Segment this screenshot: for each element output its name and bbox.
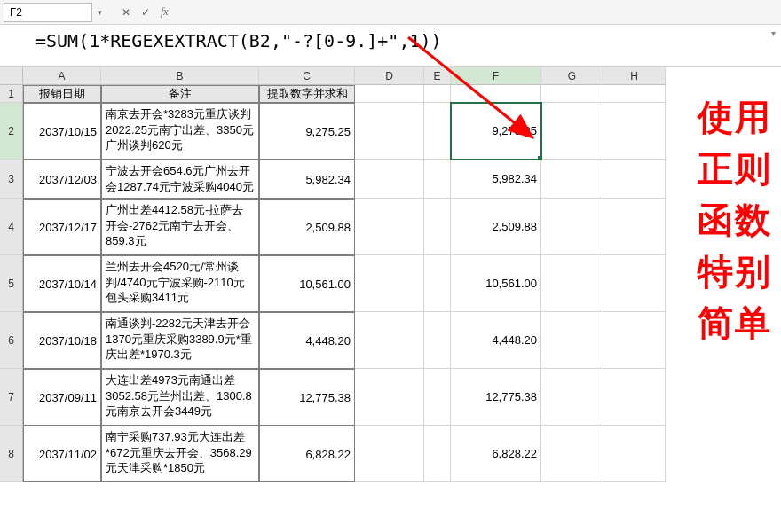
cell-D1[interactable] xyxy=(355,85,424,103)
cell-G3[interactable] xyxy=(541,160,604,199)
formula-accept-button[interactable]: ✓ xyxy=(138,6,153,19)
cell-B5[interactable]: 兰州去开会4520元/常州谈判/4740元宁波采购-2110元包头采购3411元 xyxy=(101,255,259,312)
cell-B7[interactable]: 大连出差4973元南通出差3052.58元兰州出差、1300.8元南京去开会34… xyxy=(101,369,259,426)
spreadsheet-grid: 12345678 ABCDEFGH 报销日期备注提取数字并求和2037/10/1… xyxy=(0,67,781,482)
row-header-2[interactable]: 2 xyxy=(0,103,23,160)
row-header-3[interactable]: 3 xyxy=(0,160,23,199)
column-header-C[interactable]: C xyxy=(259,67,355,85)
cell-H5[interactable] xyxy=(604,255,666,312)
cell-E8[interactable] xyxy=(424,426,451,482)
cell-H8[interactable] xyxy=(604,426,666,482)
cell-E2[interactable] xyxy=(424,103,451,160)
cell-E5[interactable] xyxy=(424,255,451,312)
cell-F3[interactable]: 5,982.34 xyxy=(451,160,541,199)
formula-bar[interactable]: =SUM(1*REGEXEXTRACT(B2,"-?[0-9.]+",1)) xyxy=(0,25,781,67)
name-box-dropdown-icon[interactable]: ▾ xyxy=(92,8,106,17)
cell-C2[interactable]: 9,275.25 xyxy=(259,103,355,160)
cell-B4[interactable]: 广州出差4412.58元-拉萨去开会-2762元南宁去开会、859.3元 xyxy=(101,199,259,255)
row-header-7[interactable]: 7 xyxy=(0,369,23,426)
column-header-F[interactable]: F xyxy=(451,67,541,85)
column-header-A[interactable]: A xyxy=(23,67,101,85)
table-row: 2037/12/03宁波去开会654.6元广州去开会1287.74元宁波采购40… xyxy=(23,160,781,199)
cell-A5[interactable]: 2037/10/14 xyxy=(23,255,101,312)
cell-F4[interactable]: 2,509.88 xyxy=(451,199,541,255)
column-headers-row: ABCDEFGH xyxy=(23,67,781,85)
row-header-8[interactable]: 8 xyxy=(0,426,23,482)
cell-C8[interactable]: 6,828.22 xyxy=(259,426,355,482)
cell-H4[interactable] xyxy=(604,199,666,255)
cell-A1[interactable]: 报销日期 xyxy=(23,85,101,103)
cell-H7[interactable] xyxy=(604,369,666,426)
formula-cancel-button[interactable]: ✕ xyxy=(119,6,133,19)
cell-F2[interactable]: 9,275.25 xyxy=(451,103,541,160)
cell-E6[interactable] xyxy=(424,312,451,369)
cell-C5[interactable]: 10,561.00 xyxy=(259,255,355,312)
row-header-6[interactable]: 6 xyxy=(0,312,23,369)
cell-B8[interactable]: 南宁采购737.93元大连出差*672元重庆去开会、3568.29元天津采购*1… xyxy=(101,426,259,482)
row-header-5[interactable]: 5 xyxy=(0,255,23,312)
cell-F5[interactable]: 10,561.00 xyxy=(451,255,541,312)
cell-H1[interactable] xyxy=(604,85,666,103)
data-rows: 报销日期备注提取数字并求和2037/10/15南京去开会*3283元重庆谈判20… xyxy=(23,85,781,482)
column-header-B[interactable]: B xyxy=(101,67,259,85)
cell-B1[interactable]: 备注 xyxy=(101,85,259,103)
row-header-4[interactable]: 4 xyxy=(0,199,23,255)
cell-D4[interactable] xyxy=(355,199,424,255)
cell-D5[interactable] xyxy=(355,255,424,312)
column-header-E[interactable]: E xyxy=(424,67,451,85)
cell-G5[interactable] xyxy=(541,255,604,312)
cell-H3[interactable] xyxy=(604,160,666,199)
table-row: 2037/10/15南京去开会*3283元重庆谈判2022.25元南宁出差、33… xyxy=(23,103,781,160)
formula-expand-icon[interactable]: ▾ xyxy=(771,28,776,38)
row-headers-column: 12345678 xyxy=(0,67,23,482)
cell-B2[interactable]: 南京去开会*3283元重庆谈判2022.25元南宁出差、3350元广州谈判620… xyxy=(101,103,259,160)
cell-G7[interactable] xyxy=(541,369,604,426)
cell-D3[interactable] xyxy=(355,160,424,199)
cell-A8[interactable]: 2037/11/02 xyxy=(23,426,101,482)
cell-A3[interactable]: 2037/12/03 xyxy=(23,160,101,199)
table-row: 2037/11/02南宁采购737.93元大连出差*672元重庆去开会、3568… xyxy=(23,426,781,482)
cell-F1[interactable] xyxy=(451,85,541,103)
cell-H6[interactable] xyxy=(604,312,666,369)
cell-E1[interactable] xyxy=(424,85,451,103)
formula-bar-content: =SUM(1*REGEXEXTRACT(B2,"-?[0-9.]+",1)) xyxy=(36,30,442,51)
cell-C3[interactable]: 5,982.34 xyxy=(259,160,355,199)
table-row: 2037/12/17广州出差4412.58元-拉萨去开会-2762元南宁去开会、… xyxy=(23,199,781,255)
cell-F8[interactable]: 6,828.22 xyxy=(451,426,541,482)
cell-A6[interactable]: 2037/10/18 xyxy=(23,312,101,369)
cell-D8[interactable] xyxy=(355,426,424,482)
column-header-G[interactable]: G xyxy=(541,67,604,85)
column-header-D[interactable]: D xyxy=(355,67,424,85)
cell-A7[interactable]: 2037/09/11 xyxy=(23,369,101,426)
cell-B6[interactable]: 南通谈判-2282元天津去开会1370元重庆采购3389.9元*重庆出差*197… xyxy=(101,312,259,369)
cell-G4[interactable] xyxy=(541,199,604,255)
cell-E3[interactable] xyxy=(424,160,451,199)
cell-C7[interactable]: 12,775.38 xyxy=(259,369,355,426)
cell-G8[interactable] xyxy=(541,426,604,482)
cell-B3[interactable]: 宁波去开会654.6元广州去开会1287.74元宁波采购4040元 xyxy=(101,160,259,199)
cell-H2[interactable] xyxy=(604,103,666,160)
cell-A4[interactable]: 2037/12/17 xyxy=(23,199,101,255)
select-all-corner[interactable] xyxy=(0,67,23,85)
cell-D6[interactable] xyxy=(355,312,424,369)
cell-C1[interactable]: 提取数字并求和 xyxy=(259,85,355,103)
column-header-H[interactable]: H xyxy=(604,67,666,85)
table-row: 2037/10/14兰州去开会4520元/常州谈判/4740元宁波采购-2110… xyxy=(23,255,781,312)
cell-D2[interactable] xyxy=(355,103,424,160)
cell-A2[interactable]: 2037/10/15 xyxy=(23,103,101,160)
row-header-1[interactable]: 1 xyxy=(0,85,23,103)
cell-G6[interactable] xyxy=(541,312,604,369)
cell-C6[interactable]: 4,448.20 xyxy=(259,312,355,369)
cell-C4[interactable]: 2,509.88 xyxy=(259,199,355,255)
name-box-value: F2 xyxy=(10,6,22,19)
name-box[interactable]: F2 xyxy=(4,3,92,22)
cell-F7[interactable]: 12,775.38 xyxy=(451,369,541,426)
fx-icon[interactable]: fx xyxy=(158,5,171,19)
cell-F6[interactable]: 4,448.20 xyxy=(451,312,541,369)
table-row: 2037/09/11大连出差4973元南通出差3052.58元兰州出差、1300… xyxy=(23,369,781,426)
cell-G2[interactable] xyxy=(541,103,604,160)
cell-E7[interactable] xyxy=(424,369,451,426)
cell-D7[interactable] xyxy=(355,369,424,426)
cell-G1[interactable] xyxy=(541,85,604,103)
cell-E4[interactable] xyxy=(424,199,451,255)
